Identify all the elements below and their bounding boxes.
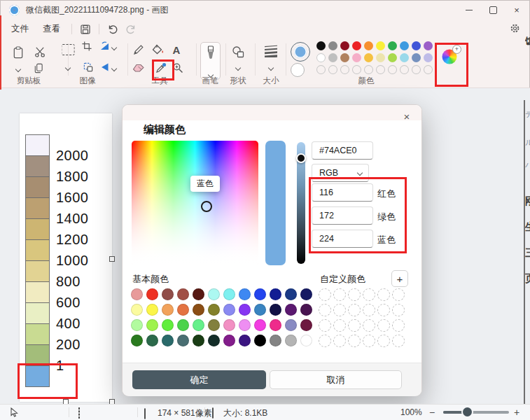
basic-color-swatch[interactable] xyxy=(270,304,281,316)
add-custom-color-button[interactable]: + xyxy=(391,270,408,287)
flip-button[interactable] xyxy=(100,62,111,72)
basic-color-swatch[interactable] xyxy=(146,288,158,300)
basic-color-swatch[interactable] xyxy=(146,319,158,331)
basic-color-swatch[interactable] xyxy=(300,335,312,346)
select-dropdown[interactable] xyxy=(66,66,70,70)
blue-input[interactable] xyxy=(312,230,373,248)
eyedropper-button[interactable] xyxy=(155,62,167,74)
basic-color-swatch[interactable] xyxy=(270,319,281,331)
palette-color[interactable] xyxy=(376,41,385,50)
basic-color-swatch[interactable] xyxy=(162,304,174,316)
basic-color-swatch[interactable] xyxy=(239,319,251,331)
custom-color-slot[interactable] xyxy=(392,304,405,316)
palette-color[interactable] xyxy=(340,53,349,62)
custom-color-slot[interactable] xyxy=(348,304,361,316)
basic-color-swatch[interactable] xyxy=(223,319,235,331)
shapes-dropdown[interactable] xyxy=(236,66,240,70)
palette-color[interactable] xyxy=(388,41,397,50)
eraser-button[interactable] xyxy=(133,63,145,73)
palette-color[interactable] xyxy=(412,53,421,62)
custom-color-slot[interactable] xyxy=(377,288,390,301)
basic-color-swatch[interactable] xyxy=(177,288,189,300)
basic-color-swatch[interactable] xyxy=(193,319,204,331)
undo-button[interactable] xyxy=(104,22,122,37)
ok-button[interactable]: 确定 xyxy=(132,370,266,389)
basic-color-swatch[interactable] xyxy=(162,335,174,346)
zoom-in-button[interactable]: + xyxy=(514,407,519,418)
palette-color[interactable] xyxy=(412,41,421,50)
basic-color-swatch[interactable] xyxy=(131,288,143,300)
brushes-button[interactable] xyxy=(200,42,221,80)
flip-dropdown[interactable] xyxy=(112,66,116,71)
custom-color-slot[interactable] xyxy=(333,319,346,332)
basic-color-swatch[interactable] xyxy=(223,335,235,346)
selection-handle[interactable] xyxy=(109,256,115,262)
select-button[interactable] xyxy=(62,44,75,55)
custom-color-slot[interactable] xyxy=(348,335,361,347)
palette-color[interactable] xyxy=(352,53,361,62)
basic-color-swatch[interactable] xyxy=(162,288,174,300)
basic-color-swatch[interactable] xyxy=(300,319,312,331)
value-slider-knob[interactable] xyxy=(296,153,306,163)
redo-button[interactable] xyxy=(122,22,140,37)
palette-color[interactable] xyxy=(316,53,326,62)
text-tool-button[interactable]: A xyxy=(173,44,181,56)
custom-color-slot[interactable] xyxy=(333,335,346,347)
custom-color-slot[interactable] xyxy=(363,319,375,332)
basic-color-swatch[interactable] xyxy=(254,288,266,300)
basic-color-swatch[interactable] xyxy=(223,288,235,300)
pencil-button[interactable] xyxy=(133,44,144,55)
basic-color-swatch[interactable] xyxy=(193,288,204,300)
basic-color-swatch[interactable] xyxy=(300,288,312,300)
palette-empty-slot[interactable] xyxy=(424,65,433,74)
custom-color-slot[interactable] xyxy=(363,335,375,347)
zoom-slider-track[interactable] xyxy=(443,411,509,414)
resize-button[interactable] xyxy=(83,62,94,73)
custom-color-slot[interactable] xyxy=(319,319,331,332)
basic-color-swatch[interactable] xyxy=(208,335,220,346)
palette-color[interactable] xyxy=(352,41,361,50)
basic-color-swatch[interactable] xyxy=(146,304,158,316)
custom-color-slot[interactable] xyxy=(333,304,346,316)
rotate-dropdown[interactable] xyxy=(112,46,116,50)
fill-button[interactable] xyxy=(152,44,165,55)
custom-color-slot[interactable] xyxy=(377,304,390,316)
custom-color-slot[interactable] xyxy=(363,304,375,316)
palette-color[interactable] xyxy=(364,53,373,62)
basic-color-swatch[interactable] xyxy=(254,335,266,346)
basic-color-swatch[interactable] xyxy=(254,319,266,331)
color2-swatch[interactable] xyxy=(291,63,305,77)
basic-color-swatch[interactable] xyxy=(146,335,158,346)
basic-color-swatch[interactable] xyxy=(177,304,189,316)
green-input[interactable] xyxy=(312,206,373,225)
palette-empty-slot[interactable] xyxy=(316,65,326,74)
palette-color[interactable] xyxy=(328,53,337,62)
palette-color[interactable] xyxy=(376,53,385,62)
zoom-slider-knob[interactable] xyxy=(463,407,472,416)
basic-color-swatch[interactable] xyxy=(254,304,266,316)
crop-button[interactable] xyxy=(82,41,92,52)
palette-empty-slot[interactable] xyxy=(388,65,397,74)
basic-color-swatch[interactable] xyxy=(239,335,251,346)
basic-color-swatch[interactable] xyxy=(193,335,204,346)
color1-swatch[interactable] xyxy=(291,42,310,62)
basic-color-swatch[interactable] xyxy=(162,319,174,331)
custom-color-slot[interactable] xyxy=(348,288,361,301)
basic-color-swatch[interactable] xyxy=(208,319,220,331)
cut-button[interactable] xyxy=(34,46,46,58)
custom-color-slot[interactable] xyxy=(319,335,331,347)
palette-color[interactable] xyxy=(388,53,397,62)
palette-color[interactable] xyxy=(424,53,433,62)
menu-file[interactable]: 文件 xyxy=(4,20,36,38)
palette-color[interactable] xyxy=(316,41,326,50)
basic-color-swatch[interactable] xyxy=(285,319,297,331)
dialog-close-button[interactable]: × xyxy=(399,108,414,124)
custom-color-slot[interactable] xyxy=(333,288,346,301)
palette-empty-slot[interactable] xyxy=(400,65,409,74)
palette-empty-slot[interactable] xyxy=(340,65,349,74)
zoom-out-button[interactable]: − xyxy=(429,407,435,418)
minimize-button[interactable] xyxy=(457,0,481,20)
shapes-button[interactable] xyxy=(232,46,245,58)
palette-color[interactable] xyxy=(340,41,349,50)
basic-color-swatch[interactable] xyxy=(285,288,297,300)
